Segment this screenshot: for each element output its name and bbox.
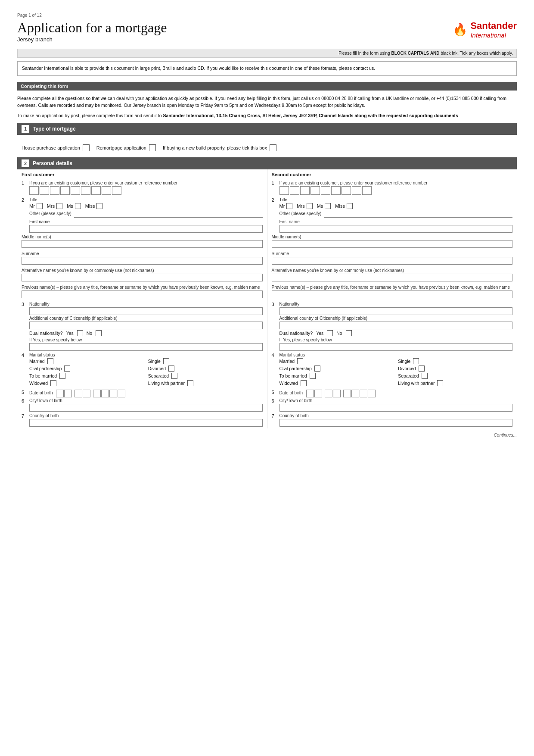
fc-single-item[interactable]: Single <box>148 358 263 364</box>
sc-single-checkbox[interactable] <box>413 358 419 364</box>
fc-prevnames-input[interactable] <box>22 291 263 298</box>
fc-ref-box-9[interactable] <box>112 186 121 195</box>
sc-dob-d1[interactable] <box>306 390 314 397</box>
fc-dual-specify-input[interactable] <box>29 343 263 351</box>
sc-nationality-input[interactable] <box>279 307 513 315</box>
fc-citizenship-input[interactable] <box>29 322 263 329</box>
fc-mr-checkbox[interactable] <box>37 203 43 209</box>
fc-separated-item[interactable]: Separated <box>148 373 263 379</box>
sc-divorced-checkbox[interactable] <box>419 366 425 372</box>
sc-dual-specify-input[interactable] <box>279 343 513 351</box>
sc-ref-box-1[interactable] <box>279 186 289 195</box>
remortgage-item[interactable]: Remortgage application <box>96 144 156 151</box>
fc-single-checkbox[interactable] <box>163 358 169 364</box>
sc-ref-box-3[interactable] <box>300 186 310 195</box>
fc-nationality-input[interactable] <box>29 307 263 315</box>
sc-ref-box-7[interactable] <box>342 186 351 195</box>
sc-living-item[interactable]: Living with partner <box>398 380 512 386</box>
sc-country-input[interactable] <box>279 419 513 427</box>
fc-ref-box-8[interactable] <box>102 186 111 195</box>
sc-widowed-item[interactable]: Widowed <box>279 380 394 386</box>
sc-firstname-input[interactable] <box>279 225 513 233</box>
fc-title-ms[interactable]: Ms <box>67 203 81 209</box>
sc-dob-y4[interactable] <box>368 390 376 397</box>
sc-altnames-input[interactable] <box>272 274 513 281</box>
sc-ref-box-8[interactable] <box>352 186 361 195</box>
fc-tobemarried-checkbox[interactable] <box>59 373 65 379</box>
house-purchase-item[interactable]: House purchase application <box>22 144 90 151</box>
sc-dob-y3[interactable] <box>360 390 367 397</box>
sc-civil-item[interactable]: Civil partnership <box>279 366 394 372</box>
sc-married-checkbox[interactable] <box>297 358 303 364</box>
fc-title-miss[interactable]: Miss <box>85 203 103 209</box>
fc-dob-m1[interactable] <box>75 390 82 397</box>
fc-ref-box-6[interactable] <box>81 186 90 195</box>
sc-ref-box-9[interactable] <box>362 186 372 195</box>
sc-tobemarried-checkbox[interactable] <box>310 373 316 379</box>
fc-country-input[interactable] <box>29 419 263 427</box>
sc-middlename-input[interactable] <box>272 240 513 248</box>
sc-miss-checkbox[interactable] <box>347 203 353 209</box>
fc-dob-m2[interactable] <box>83 390 90 397</box>
sc-title-miss[interactable]: Miss <box>335 203 353 209</box>
sc-ms-checkbox[interactable] <box>325 203 331 209</box>
fc-ref-box-4[interactable] <box>60 186 70 195</box>
sc-mr-checkbox[interactable] <box>286 203 292 209</box>
fc-ref-box-7[interactable] <box>91 186 101 195</box>
sc-ref-box-4[interactable] <box>310 186 320 195</box>
sc-single-item[interactable]: Single <box>398 358 512 364</box>
fc-dob-y2[interactable] <box>101 390 109 397</box>
fc-divorced-item[interactable]: Divorced <box>148 366 263 372</box>
sc-ref-box-5[interactable] <box>321 186 330 195</box>
sc-city-input[interactable] <box>279 404 513 412</box>
fc-ref-box-1[interactable] <box>29 186 39 195</box>
fc-married-checkbox[interactable] <box>47 358 53 364</box>
sc-separated-item[interactable]: Separated <box>398 373 512 379</box>
sc-dob-y2[interactable] <box>351 390 359 397</box>
fc-altnames-input[interactable] <box>22 274 263 281</box>
fc-dob-d1[interactable] <box>56 390 64 397</box>
sc-dob-d2[interactable] <box>314 390 322 397</box>
fc-ref-box-3[interactable] <box>50 186 59 195</box>
sc-mrs-checkbox[interactable] <box>307 203 313 209</box>
sc-dob-m1[interactable] <box>325 390 332 397</box>
fc-divorced-checkbox[interactable] <box>168 366 174 372</box>
new-build-item[interactable]: If buying a new build property, please t… <box>163 144 276 151</box>
new-build-checkbox[interactable] <box>270 144 276 151</box>
sc-title-ms[interactable]: Ms <box>317 203 331 209</box>
house-purchase-checkbox[interactable] <box>83 144 90 151</box>
sc-divorced-item[interactable]: Divorced <box>398 366 512 372</box>
fc-tobemarried-item[interactable]: To be married <box>29 373 144 379</box>
sc-living-checkbox[interactable] <box>437 380 443 386</box>
fc-civil-checkbox[interactable] <box>64 366 70 372</box>
fc-dob-y1[interactable] <box>93 390 101 397</box>
fc-title-mr[interactable]: Mr <box>29 203 43 209</box>
sc-ref-box-6[interactable] <box>331 186 341 195</box>
sc-dob-y1[interactable] <box>343 390 351 397</box>
fc-miss-checkbox[interactable] <box>96 203 102 209</box>
fc-dob-y3[interactable] <box>109 390 117 397</box>
sc-title-mr[interactable]: Mr <box>279 203 293 209</box>
fc-surname-input[interactable] <box>22 257 263 265</box>
fc-widowed-checkbox[interactable] <box>50 380 56 386</box>
fc-civil-item[interactable]: Civil partnership <box>29 366 144 372</box>
fc-title-mrs[interactable]: Mrs <box>47 203 62 209</box>
sc-title-mrs[interactable]: Mrs <box>297 203 312 209</box>
sc-citizenship-input[interactable] <box>279 322 513 329</box>
fc-widowed-item[interactable]: Widowed <box>29 380 144 386</box>
fc-ms-checkbox[interactable] <box>75 203 81 209</box>
fc-middlename-input[interactable] <box>22 240 263 248</box>
remortgage-checkbox[interactable] <box>149 144 156 151</box>
sc-dual-yes-checkbox[interactable] <box>327 330 333 336</box>
sc-civil-checkbox[interactable] <box>314 366 320 372</box>
fc-other-input[interactable] <box>74 211 263 218</box>
sc-dual-no-checkbox[interactable] <box>346 330 352 336</box>
fc-mrs-checkbox[interactable] <box>56 203 62 209</box>
fc-dual-yes-checkbox[interactable] <box>77 330 83 336</box>
sc-surname-input[interactable] <box>272 257 513 265</box>
fc-dob-d2[interactable] <box>64 390 72 397</box>
sc-separated-checkbox[interactable] <box>422 373 428 379</box>
sc-other-input[interactable] <box>324 211 512 218</box>
sc-ref-box-2[interactable] <box>290 186 299 195</box>
fc-married-item[interactable]: Married <box>29 358 144 364</box>
